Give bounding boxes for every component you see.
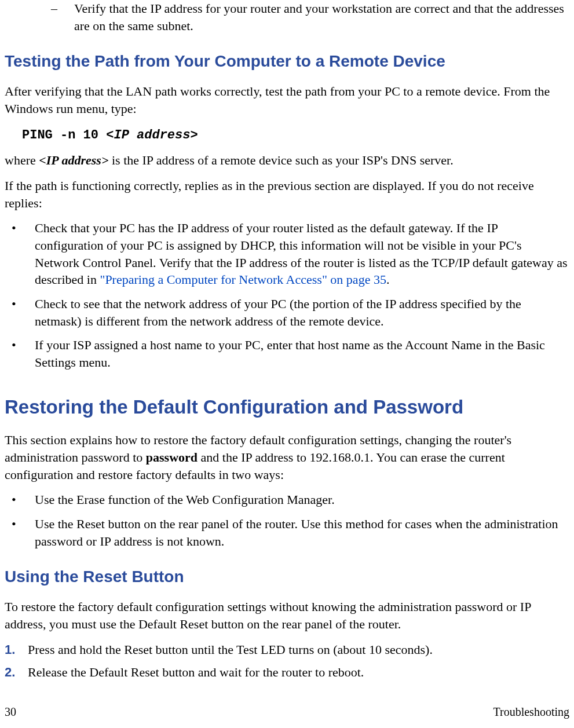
list-item: • If your ISP assigned a host name to yo… — [5, 336, 569, 371]
bullet-list: • Check that your PC has the IP address … — [5, 220, 569, 371]
section-heading-reset-button: Using the Reset Button — [5, 566, 569, 588]
command-text: > — [190, 128, 198, 142]
paragraph: To restore the factory default configura… — [5, 598, 569, 632]
bullet-icon: • — [5, 491, 35, 508]
text-run: . — [386, 272, 390, 287]
paragraph: This section explains how to restore the… — [5, 431, 569, 483]
bold-text: password — [146, 450, 198, 464]
footer-section-title: Troubleshooting — [493, 704, 569, 720]
list-item: • Use the Erase function of the Web Conf… — [5, 491, 569, 508]
list-item-text: Use the Reset button on the rear panel o… — [35, 515, 569, 550]
step-item: 1. Press and hold the Reset button until… — [5, 641, 569, 659]
list-item: • Check that your PC has the IP address … — [5, 220, 569, 288]
sub-bullet-text: Verify that the IP address for your rout… — [74, 0, 569, 34]
page-number: 30 — [5, 704, 16, 720]
paragraph: If the path is functioning correctly, re… — [5, 177, 569, 211]
sub-bullet-list: – Verify that the IP address for your ro… — [5, 0, 569, 34]
list-item-text: Use the Erase function of the Web Config… — [35, 491, 335, 508]
step-text: Press and hold the Reset button until th… — [28, 641, 433, 659]
bullet-icon: • — [5, 336, 35, 371]
list-item-text: Check that your PC has the IP address of… — [35, 220, 569, 288]
step-number: 1. — [5, 641, 28, 659]
bullet-icon: • — [5, 295, 35, 330]
numbered-steps: 1. Press and hold the Reset button until… — [5, 641, 569, 681]
bullet-list: • Use the Erase function of the Web Conf… — [5, 491, 569, 550]
page-footer: 30 Troubleshooting — [5, 704, 569, 720]
list-item: • Use the Reset button on the rear panel… — [5, 515, 569, 550]
paragraph: After verifying that the LAN path works … — [5, 83, 569, 117]
step-number: 2. — [5, 664, 28, 681]
sub-bullet-item: – Verify that the IP address for your ro… — [51, 0, 569, 34]
bullet-icon: • — [5, 220, 35, 288]
section-heading-testing-path: Testing the Path from Your Computer to a… — [5, 50, 569, 72]
command-line: PING -n 10 <IP address> — [22, 126, 569, 144]
command-variable: IP address — [114, 128, 190, 142]
list-item-text: If your ISP assigned a host name to your… — [35, 336, 569, 371]
step-item: 2. Release the Default Reset button and … — [5, 664, 569, 681]
variable-reference: <IP address> — [39, 153, 108, 167]
step-text: Release the Default Reset button and wai… — [28, 664, 364, 681]
text-run: where — [5, 153, 39, 167]
cross-reference-link[interactable]: "Preparing a Computer for Network Access… — [100, 272, 386, 287]
section-heading-restoring-default: Restoring the Default Configuration and … — [5, 394, 569, 420]
dash-marker: – — [51, 0, 74, 34]
paragraph: where <IP address> is the IP address of … — [5, 152, 569, 169]
command-text: PING -n 10 < — [22, 128, 114, 142]
list-item: • Check to see that the network address … — [5, 295, 569, 330]
text-run: is the IP address of a remote device suc… — [108, 153, 453, 167]
bullet-icon: • — [5, 515, 35, 550]
list-item-text: Check to see that the network address of… — [35, 295, 569, 330]
